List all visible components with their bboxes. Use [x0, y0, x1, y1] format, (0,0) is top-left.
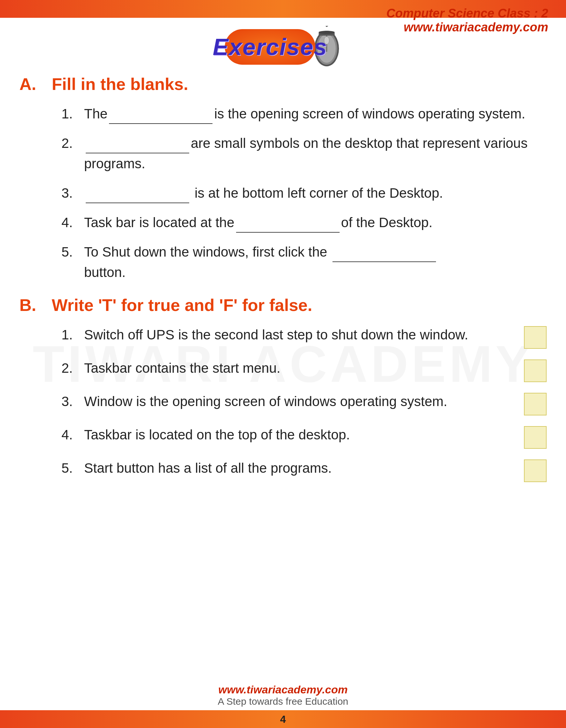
tf-box-b1[interactable]: [524, 326, 547, 349]
question-a1: 1. Theis the opening screen of windows o…: [61, 104, 547, 124]
exercises-label: Exercises: [203, 34, 337, 60]
section-a-title: Fill in the blanks.: [52, 74, 188, 94]
q-text-a5: To Shut down the windows, first click th…: [84, 242, 547, 282]
q-number-a4: 4.: [61, 212, 84, 233]
q-text-a5-part2: button.: [84, 265, 126, 280]
tf-box-b5[interactable]: [524, 459, 547, 482]
fill-blanks-list: 1. Theis the opening screen of windows o…: [19, 104, 547, 282]
q-text-a3-part2: is at he bottom left corner of the Deskt…: [191, 185, 443, 201]
q-number-a1: 1.: [61, 104, 84, 124]
q-text-a3: is at he bottom left corner of the Deskt…: [84, 183, 547, 203]
question-a2: 2. are small symbols on the desktop that…: [61, 133, 547, 174]
q-text-a1: Theis the opening screen of windows oper…: [84, 104, 547, 124]
q-number-b4: 4.: [61, 425, 84, 445]
tf-box-b3[interactable]: [524, 393, 547, 415]
question-b4: 4. Taskbar is located on the top of the …: [61, 425, 547, 449]
q-text-a4: Task bar is located at theof the Desktop…: [84, 212, 547, 233]
class-title: Computer Science Class : 2: [386, 6, 548, 20]
q-text-b3: Window is the opening screen of windows …: [84, 391, 514, 412]
question-a5: 5. To Shut down the windows, first click…: [61, 242, 547, 282]
question-b5: 5. Start button has a list of all the pr…: [61, 458, 547, 482]
q-text-a4-part2: of the Desktop.: [341, 215, 433, 230]
main-content: A. Fill in the blanks. 1. Theis the open…: [19, 74, 547, 495]
question-b3: 3. Window is the opening screen of windo…: [61, 391, 547, 415]
q-text-a4-part1: Task bar is located at the: [84, 215, 235, 230]
exercises-banner: Exercises: [225, 26, 341, 68]
q-text-b2: Taskbar contains the start menu.: [84, 358, 514, 378]
q-text-a2: are small symbols on the desktop that re…: [84, 133, 547, 174]
q-number-a5: 5.: [61, 242, 84, 262]
q-text-a5-part1: To Shut down the windows, first click th…: [84, 244, 331, 259]
question-a3: 3. is at he bottom left corner of the De…: [61, 183, 547, 203]
q-text-b4: Taskbar is located on the top of the des…: [84, 425, 514, 445]
section-a-letter: A.: [19, 74, 39, 94]
footer-tagline: A Step towards free Education: [218, 696, 348, 707]
q-number-a2: 2.: [61, 133, 84, 153]
blank-a5: [332, 259, 436, 262]
blank-a4: [236, 230, 339, 233]
section-b: B. Write 'T' for true and 'F' for false.…: [19, 295, 547, 482]
header: Computer Science Class : 2 www.tiwariaca…: [386, 6, 548, 34]
footer-website: www.tiwariacademy.com: [218, 683, 348, 696]
page-number: 4: [280, 713, 286, 725]
q-text-a1-part2: is the opening screen of windows operati…: [214, 106, 525, 121]
q-text-a1-part1: The: [84, 106, 107, 121]
q-number-b5: 5.: [61, 458, 84, 478]
q-number-b1: 1.: [61, 325, 84, 345]
q-text-b1: Switch off UPS is the second last step t…: [84, 325, 514, 345]
q-text-b5: Start button has a list of all the progr…: [84, 458, 514, 478]
question-b2: 2. Taskbar contains the start menu.: [61, 358, 547, 382]
section-b-letter: B.: [19, 295, 39, 315]
true-false-list: 1. Switch off UPS is the second last ste…: [19, 325, 547, 482]
q-number-a3: 3.: [61, 183, 84, 203]
footer: www.tiwariacademy.com A Step towards fre…: [218, 683, 348, 707]
section-b-title: Write 'T' for true and 'F' for false.: [52, 295, 312, 315]
section-b-header: B. Write 'T' for true and 'F' for false.: [19, 295, 547, 315]
q-text-a2-part2: are small symbols on the desktop that re…: [84, 136, 527, 171]
tf-box-b2[interactable]: [524, 359, 547, 382]
question-a4: 4. Task bar is located at theof the Desk…: [61, 212, 547, 233]
blank-a3: [86, 201, 189, 203]
blank-a2: [86, 151, 189, 153]
q-number-b3: 3.: [61, 391, 84, 412]
question-b1: 1. Switch off UPS is the second last ste…: [61, 325, 547, 349]
blank-a1: [109, 121, 213, 124]
section-a-header: A. Fill in the blanks.: [19, 74, 547, 94]
q-number-b2: 2.: [61, 358, 84, 378]
header-website: www.tiwariacademy.com: [386, 20, 548, 34]
exercises-circle: Exercises: [225, 29, 315, 65]
tf-box-b4[interactable]: [524, 426, 547, 449]
